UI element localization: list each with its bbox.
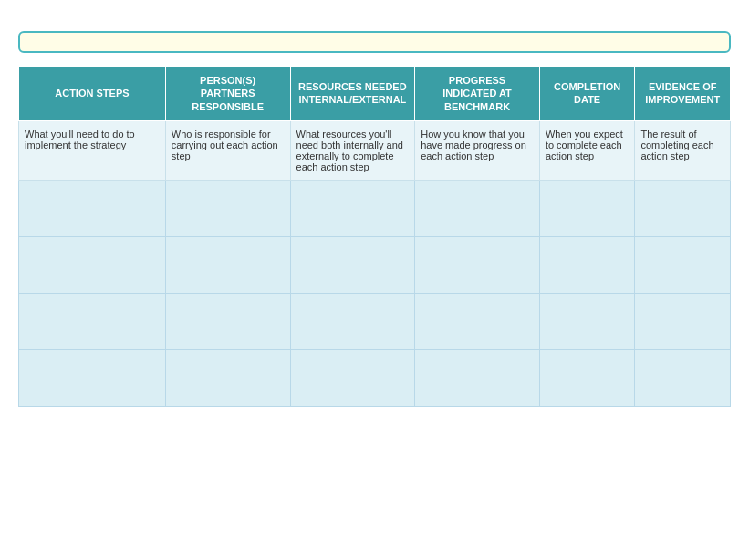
description-cell: Who is responsible for carrying out each…: [165, 120, 290, 180]
description-cell: The result of completing each action ste…: [635, 120, 731, 180]
action-plan-table: ACTION STEPS PERSON(S) PARTNERS RESPONSI…: [18, 66, 731, 407]
empty-cell[interactable]: [415, 180, 540, 236]
empty-cell[interactable]: [635, 180, 731, 236]
empty-cell[interactable]: [165, 180, 290, 236]
empty-cell[interactable]: [290, 236, 415, 293]
table-row: [19, 293, 731, 349]
goal-box: [18, 31, 731, 53]
empty-cell[interactable]: [539, 349, 635, 406]
empty-cell[interactable]: [290, 180, 415, 236]
empty-cell[interactable]: [19, 236, 166, 293]
header-resources: RESOURCES NEEDED INTERNAL/EXTERNAL: [290, 67, 415, 121]
empty-cell[interactable]: [165, 293, 290, 349]
description-cell: What resources you'll need both internal…: [290, 120, 415, 180]
empty-cell[interactable]: [539, 236, 635, 293]
empty-cell[interactable]: [415, 293, 540, 349]
header-completion: COMPLETION DATE: [539, 67, 635, 121]
empty-cell[interactable]: [19, 180, 166, 236]
table-row: [19, 180, 731, 236]
empty-cell[interactable]: [19, 293, 166, 349]
header-action-steps: ACTION STEPS: [19, 67, 166, 121]
empty-cell[interactable]: [539, 293, 635, 349]
empty-cell[interactable]: [19, 349, 166, 406]
table-row: [19, 236, 731, 293]
empty-cell[interactable]: [165, 236, 290, 293]
empty-cell[interactable]: [290, 293, 415, 349]
empty-cell[interactable]: [415, 236, 540, 293]
empty-cell[interactable]: [539, 180, 635, 236]
empty-cell[interactable]: [635, 349, 731, 406]
empty-cell[interactable]: [165, 349, 290, 406]
empty-cell[interactable]: [635, 293, 731, 349]
empty-cell[interactable]: [635, 236, 731, 293]
description-cell: What you'll need to do to implement the …: [19, 120, 166, 180]
table-description-row: What you'll need to do to implement the …: [19, 120, 731, 180]
header-progress: PROGRESS INDICATED AT BENCHMARK: [415, 67, 540, 121]
empty-cell[interactable]: [290, 349, 415, 406]
table-header-row: ACTION STEPS PERSON(S) PARTNERS RESPONSI…: [19, 67, 731, 121]
header-evidence: EVIDENCE OF IMPROVEMENT: [635, 67, 731, 121]
table-row: [19, 349, 731, 406]
description-cell: When you expect to complete each action …: [539, 120, 635, 180]
description-cell: How you know that you have made progress…: [415, 120, 540, 180]
empty-cell[interactable]: [415, 349, 540, 406]
header-persons: PERSON(S) PARTNERS RESPONSIBLE: [165, 67, 290, 121]
